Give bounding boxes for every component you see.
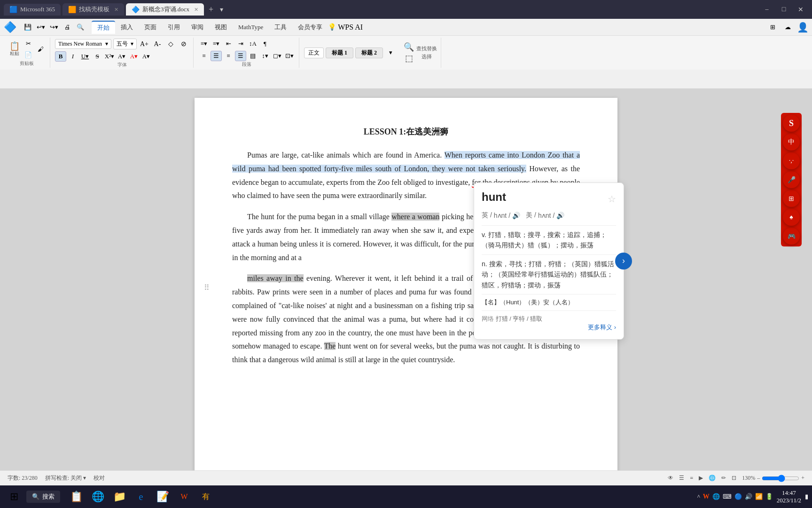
tray-battery[interactable]: 🔋 <box>765 493 773 500</box>
indent-increase[interactable]: ⇥ <box>235 39 246 49</box>
copy-button[interactable]: 📄 <box>23 50 34 60</box>
font-name-selector[interactable]: Times New Roman ▾ <box>55 39 111 49</box>
play-icon[interactable]: ▶ <box>699 475 703 482</box>
align-justify[interactable]: ☰ <box>235 51 246 61</box>
tray-keyboard[interactable]: ⌨ <box>723 493 732 500</box>
bold-button[interactable]: B <box>55 51 66 62</box>
dict-en-sound[interactable]: 🔊 <box>512 212 520 219</box>
superscript-button[interactable]: X²▾ <box>104 51 115 62</box>
user-avatar[interactable]: 👤 <box>797 22 808 32</box>
wps-float-mic[interactable]: 🎤 <box>783 171 800 188</box>
new-tab-button[interactable]: + <box>206 4 216 16</box>
minimize-button[interactable]: – <box>759 4 774 15</box>
cut-button[interactable]: ✂ <box>23 39 34 49</box>
style-h1[interactable]: 标题 1 <box>326 48 353 58</box>
style-normal[interactable]: 正文 <box>304 48 324 58</box>
system-clock[interactable]: 14:47 2023/11/2 <box>777 489 801 504</box>
ribbon-tab-vip[interactable]: 会员专享 <box>292 21 328 33</box>
view-toggle[interactable]: ⊞ <box>767 22 778 32</box>
tab-docx[interactable]: 🔷 新概念3背诵.docx ✕ <box>126 3 204 16</box>
show-desktop[interactable]: ▮ <box>805 493 808 500</box>
ribbon-tab-ref[interactable]: 引用 <box>162 21 186 33</box>
paste-button[interactable]: 📋 粘贴 <box>8 41 22 58</box>
wps-float-s[interactable]: S <box>783 115 800 132</box>
wps-float-cn[interactable]: 中 <box>783 134 800 151</box>
italic-button[interactable]: I <box>67 51 78 62</box>
taskbar-explorer[interactable]: 📁 <box>109 486 130 507</box>
font-decrease[interactable]: A- <box>152 39 163 49</box>
dict-more-link[interactable]: 更多释义 › <box>482 323 616 332</box>
ribbon-tab-view[interactable]: 视图 <box>209 21 233 33</box>
list-bullet[interactable]: ≡▾ <box>198 39 210 49</box>
align-left[interactable]: ≡ <box>198 51 210 61</box>
dict-star-icon[interactable]: ☆ <box>608 193 616 205</box>
indent-decrease[interactable]: ⇤ <box>223 39 234 49</box>
taskbar-dict[interactable]: 有 <box>195 486 216 507</box>
align-right[interactable]: ≡ <box>223 51 234 61</box>
maximize-button[interactable]: □ <box>776 4 791 15</box>
tray-chevron[interactable]: ^ <box>697 493 700 500</box>
proofread-btn[interactable]: 校对 <box>94 474 105 482</box>
wps-cloud[interactable]: ☁ <box>782 22 793 32</box>
font-size-selector[interactable]: 五号 ▾ <box>113 39 137 49</box>
tab-dropdown[interactable]: ▾ <box>220 6 223 14</box>
dict-action-button[interactable]: › <box>615 253 632 270</box>
ribbon-tab-page[interactable]: 页面 <box>139 21 162 33</box>
strikethrough-button[interactable]: S <box>92 51 103 62</box>
find-replace[interactable]: 🔍 <box>403 42 414 52</box>
tray-bluetooth[interactable]: 🔵 <box>734 493 742 500</box>
taskbar-edge[interactable]: 🌐 <box>87 486 108 507</box>
tab-template-close[interactable]: ✕ <box>114 7 118 13</box>
font-bg[interactable]: A▾ <box>141 51 152 62</box>
search-label[interactable]: 搜索 <box>42 492 55 501</box>
quick-save[interactable]: 💾 <box>22 22 33 32</box>
tab-docx-close[interactable]: ✕ <box>194 7 198 13</box>
ribbon-tab-review[interactable]: 审阅 <box>186 21 209 33</box>
tab-template[interactable]: 🟧 找稿壳模板 ✕ <box>62 3 124 16</box>
show-marks[interactable]: ¶ <box>259 39 271 49</box>
ribbon-tab-ai[interactable]: 💡 WPS AI <box>328 23 363 32</box>
underline-button[interactable]: U▾ <box>79 51 91 62</box>
wps-float-dots[interactable]: ·,· <box>783 152 800 169</box>
sort-text[interactable]: ↕A <box>247 39 258 49</box>
list-icon[interactable]: ≡ <box>690 475 693 482</box>
tray-network[interactable]: 📶 <box>755 493 763 500</box>
zoom-in[interactable]: + <box>801 475 804 482</box>
highlight-color[interactable]: A▾ <box>116 51 127 62</box>
start-button[interactable]: ⊞ <box>4 486 24 507</box>
taskbar-multitask[interactable]: 📋 <box>66 486 86 507</box>
quick-print[interactable]: 🖨 <box>62 22 73 32</box>
eye-icon[interactable]: 👁 <box>668 475 673 482</box>
column-layout[interactable]: ▤ <box>247 51 258 61</box>
taskbar-word[interactable]: 📝 <box>152 486 173 507</box>
wps-float-spade[interactable]: ♠ <box>783 209 800 226</box>
spell-check[interactable]: 拼写检查: 关闭 ▾ <box>45 474 86 482</box>
ribbon-tab-tools[interactable]: 工具 <box>269 21 292 33</box>
close-button[interactable]: ✕ <box>793 4 808 15</box>
lang-icon[interactable]: 🌐 <box>709 475 716 482</box>
paragraph-drag-handle[interactable]: ⠿ <box>204 283 210 292</box>
spell-check-dropdown[interactable]: ▾ <box>83 475 86 481</box>
zoom-level[interactable]: 130% <box>742 475 755 482</box>
font-increase[interactable]: A+ <box>139 39 150 49</box>
zoom-out[interactable]: – <box>757 475 760 482</box>
shading[interactable]: ◻▾ <box>272 51 283 61</box>
ribbon-tab-mathtype[interactable]: MathType <box>233 22 269 33</box>
taskbar-edge2[interactable]: e <box>131 486 151 507</box>
ribbon-tab-start[interactable]: 开始 <box>92 21 115 34</box>
line-spacing[interactable]: ↕▾ <box>259 51 271 61</box>
format-painter[interactable]: 🖌 <box>35 44 46 55</box>
select-btn[interactable]: ⬚ <box>403 53 414 64</box>
font-format[interactable]: ◇ <box>165 39 176 49</box>
clear-format[interactable]: ⊘ <box>178 39 189 49</box>
wps-float-grid[interactable]: ⊞ <box>783 190 800 207</box>
quick-redo-list[interactable]: ↪▾ <box>48 22 60 32</box>
tray-speaker[interactable]: 🔊 <box>745 493 752 500</box>
outline-icon[interactable]: ☰ <box>679 475 684 482</box>
styles-dropdown[interactable]: ▾ <box>385 48 396 58</box>
style-h2[interactable]: 标题 2 <box>355 48 383 58</box>
border[interactable]: ⊡▾ <box>284 51 295 61</box>
quick-undo-list[interactable]: ↩▾ <box>35 22 47 32</box>
crop-icon[interactable]: ⊡ <box>732 475 736 482</box>
wps-float-game[interactable]: 🎮 <box>783 228 800 245</box>
